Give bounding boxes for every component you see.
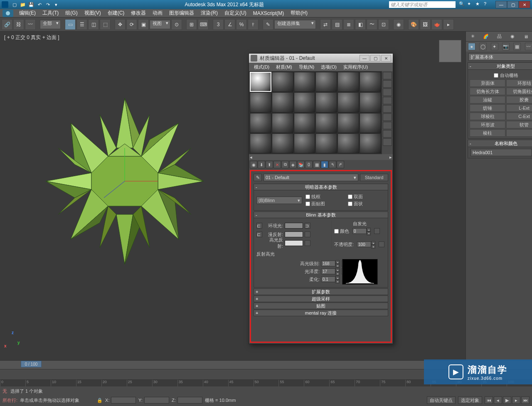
material-slot-9[interactable]: [294, 92, 315, 112]
rollout-blinn-basic[interactable]: -Blinn 基本参数: [254, 212, 388, 218]
material-type-button[interactable]: Standard: [360, 174, 388, 181]
selected-filter-button[interactable]: 选定对象: [458, 396, 482, 404]
viewcube-icon[interactable]: [439, 40, 461, 62]
show-map-icon[interactable]: ▦: [313, 161, 320, 168]
rollout-supersampling[interactable]: +超级采样: [254, 295, 388, 302]
minimize-button[interactable]: —: [495, 1, 507, 8]
rollout-object-type[interactable]: -对象类型: [468, 62, 532, 70]
material-slot-5[interactable]: [337, 72, 359, 92]
make-copy-icon[interactable]: ⧉: [281, 161, 289, 168]
glossiness-spinner[interactable]: [321, 268, 335, 274]
primitive-capsule[interactable]: 胶囊: [506, 96, 532, 103]
menu-grapheditors[interactable]: 图形编辑器: [166, 10, 197, 17]
named-selection-set[interactable]: 创建选择集: [274, 20, 316, 29]
menu-views[interactable]: 视图(V): [81, 10, 104, 17]
select-manipulate-icon[interactable]: ⊞: [186, 19, 197, 30]
faceted-checkbox[interactable]: [348, 202, 352, 206]
mirror-icon[interactable]: ⇄: [320, 19, 331, 30]
primitive-cext[interactable]: C-Ext: [506, 113, 532, 120]
primitive-spindle[interactable]: 纺锤: [470, 104, 505, 112]
selfillum-spinner[interactable]: [352, 228, 367, 234]
diffuse-spec-lock-icon[interactable]: ⊏: [256, 231, 262, 237]
time-slider-handle[interactable]: 0 / 100: [21, 361, 42, 367]
lights-tab-icon[interactable]: ✦: [491, 43, 498, 50]
menu-edit[interactable]: 编辑(E): [16, 10, 39, 17]
menu-tools[interactable]: 工具(T): [39, 10, 62, 17]
shader-select[interactable]: (B)Blinn▾: [256, 197, 302, 204]
primitive-chamfercyl[interactable]: 切角圆柱体: [506, 88, 532, 95]
viewport[interactable]: [ + 0 正交 0 真实 + 边面 ]: [0, 32, 466, 360]
new-icon[interactable]: ▢: [11, 1, 18, 8]
backlight-icon[interactable]: [383, 80, 392, 88]
snap-toggle-icon[interactable]: 3: [213, 19, 224, 30]
material-slot-1[interactable]: [250, 72, 271, 92]
material-slot-22[interactable]: [315, 133, 337, 153]
go-forward-icon[interactable]: ↱: [337, 161, 344, 168]
help-search-input[interactable]: 键入关键字或短语: [389, 1, 456, 8]
me-menu-modes[interactable]: 模式(D): [251, 64, 273, 70]
spinner-snap-icon[interactable]: ⫯: [248, 19, 259, 30]
selfillum-map-button[interactable]: [374, 228, 380, 234]
coord-z-input[interactable]: [177, 397, 202, 404]
menu-create[interactable]: 创建(C): [104, 10, 128, 17]
make-preview-icon[interactable]: [383, 113, 392, 121]
render-frame-icon[interactable]: 🖼: [420, 19, 431, 30]
select-by-name-icon[interactable]: ☰: [76, 19, 87, 30]
angle-snap-icon[interactable]: ∠: [224, 19, 235, 30]
autokey-button[interactable]: 自动关键点: [427, 396, 456, 404]
curve-editor-icon[interactable]: 〜: [367, 19, 377, 30]
bind-spacewarp-icon[interactable]: 〰: [25, 19, 36, 30]
show-end-result-icon[interactable]: ▮: [321, 161, 328, 168]
primitive-torusknot[interactable]: 环形结: [506, 79, 532, 87]
reset-map-icon[interactable]: ✕: [273, 161, 281, 168]
comm-center-icon[interactable]: ✦: [467, 1, 474, 8]
material-slot-16[interactable]: [315, 113, 337, 133]
schematic-view-icon[interactable]: ⊡: [378, 19, 389, 30]
options-icon[interactable]: [383, 122, 392, 129]
material-slot-21[interactable]: [294, 133, 315, 153]
move-icon[interactable]: ✥: [115, 19, 126, 30]
display-tab-icon[interactable]: 🖥: [522, 33, 530, 40]
me-menu-material[interactable]: 材质(M): [273, 64, 296, 70]
primitive-chamferbox[interactable]: 切角长方体: [470, 88, 505, 95]
rotate-icon[interactable]: ⟳: [126, 19, 137, 30]
material-slot-11[interactable]: [337, 92, 359, 112]
material-slot-14[interactable]: [272, 113, 293, 133]
edit-named-sel-icon[interactable]: ✎: [263, 19, 273, 30]
viewport-label[interactable]: [ + 0 正交 0 真实 + 边面 ]: [4, 34, 59, 41]
selfillum-color-checkbox[interactable]: [334, 229, 339, 234]
material-slot-2[interactable]: [272, 72, 293, 92]
material-slot-20[interactable]: [272, 133, 293, 153]
primitive-gengon[interactable]: 球棱柱: [470, 113, 505, 120]
primitive-hose[interactable]: 软管: [506, 121, 532, 128]
ambient-color-swatch[interactable]: [285, 223, 303, 229]
goto-start-icon[interactable]: ⏮: [485, 396, 493, 404]
material-editor-titlebar[interactable]: 材质编辑器 - 01 - Default — ▢ ✕: [249, 54, 393, 63]
background-icon[interactable]: [383, 89, 392, 96]
menu-modifiers[interactable]: 修改器: [128, 10, 149, 17]
menu-help[interactable]: 帮助(H): [287, 10, 311, 17]
video-color-icon[interactable]: [383, 105, 392, 113]
shapes-tab-icon[interactable]: ◯: [479, 43, 487, 50]
keyboard-shortcut-icon[interactable]: ⌨: [198, 19, 209, 30]
rollout-extended-params[interactable]: +扩展参数: [254, 288, 388, 295]
align-icon[interactable]: ▤: [332, 19, 342, 30]
qa-dropdown-icon[interactable]: ▾: [52, 1, 60, 8]
diffuse-map-button[interactable]: [305, 231, 310, 237]
prev-frame-icon[interactable]: ◂: [494, 396, 502, 404]
helpers-tab-icon[interactable]: ▦: [513, 43, 521, 50]
material-slot-12[interactable]: [360, 92, 381, 112]
geometry-tab-icon[interactable]: ●: [468, 43, 475, 50]
cameras-tab-icon[interactable]: 📷: [502, 43, 510, 50]
modify-tab-icon[interactable]: 🌈: [482, 33, 490, 40]
primitive-oiltank[interactable]: 油罐: [470, 96, 505, 103]
rollout-name-color[interactable]: -名称和颜色: [468, 140, 532, 147]
viewport-object-hedra[interactable]: [33, 90, 216, 273]
assign-to-sel-icon[interactable]: ⬆: [266, 161, 273, 168]
select-by-mat-icon[interactable]: [383, 130, 392, 138]
material-slot-7[interactable]: [250, 92, 271, 112]
menu-group[interactable]: 组(G): [62, 10, 81, 17]
opacity-spinner[interactable]: [357, 241, 371, 247]
spec-level-spinner[interactable]: [321, 261, 335, 266]
make-unique-icon[interactable]: ◈: [289, 161, 297, 168]
